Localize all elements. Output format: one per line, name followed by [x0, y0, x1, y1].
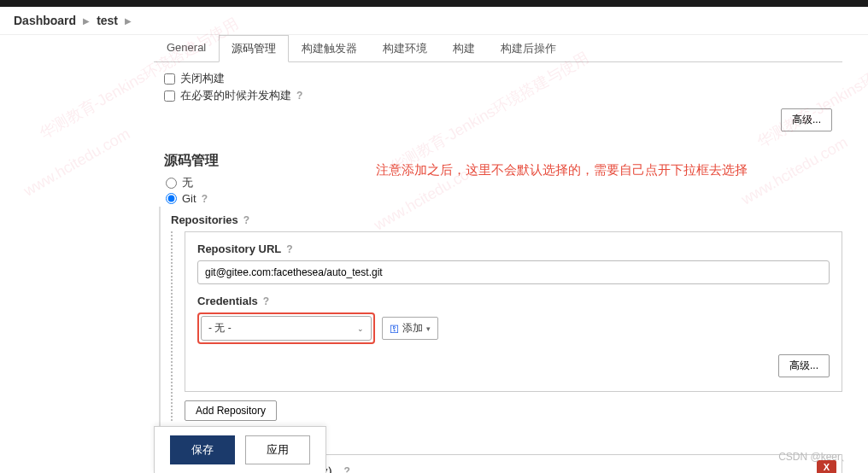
concurrent-build-checkbox[interactable]	[164, 91, 175, 102]
help-icon[interactable]: ?	[243, 214, 249, 226]
help-icon[interactable]: ?	[202, 193, 208, 205]
disable-build-label: 关闭构建	[180, 71, 225, 86]
repositories-label: Repositories	[171, 213, 238, 226]
credentials-highlight: - 无 - ⌄	[197, 312, 375, 344]
repo-url-input[interactable]	[197, 260, 830, 284]
annotation-text: 注意添加之后，这里不会默认选择的，需要自己点开下拉框去选择	[376, 162, 748, 178]
footer-actions: 保存 应用	[154, 426, 326, 473]
topbar	[0, 0, 868, 7]
tab-triggers[interactable]: 构建触发器	[289, 35, 370, 61]
csdn-watermark: CSDN @keer、	[778, 450, 851, 464]
tab-scm[interactable]: 源码管理	[219, 35, 289, 62]
concurrent-build-label: 在必要的时候并发构建	[180, 88, 291, 103]
credentials-label: Credentials	[197, 295, 258, 307]
key-icon: ⚿	[390, 324, 399, 334]
help-icon[interactable]: ?	[296, 90, 302, 102]
apply-button[interactable]: 应用	[245, 435, 310, 464]
credentials-select[interactable]: - 无 - ⌄	[201, 316, 372, 341]
breadcrumb: Dashboard ▶ test ▶	[0, 7, 868, 35]
tab-post[interactable]: 构建后操作	[488, 35, 569, 61]
tabs: General 源码管理 构建触发器 构建环境 构建 构建后操作	[154, 35, 842, 62]
tab-general[interactable]: General	[154, 35, 219, 61]
chevron-right-icon: ▶	[125, 16, 132, 26]
chevron-down-icon: ▾	[426, 324, 431, 333]
credentials-value: - 无 -	[208, 321, 232, 336]
tab-env[interactable]: 构建环境	[370, 35, 440, 61]
help-icon[interactable]: ?	[286, 243, 292, 255]
save-button[interactable]: 保存	[170, 435, 235, 464]
breadcrumb-dashboard[interactable]: Dashboard	[14, 14, 76, 27]
chevron-down-icon: ⌄	[357, 324, 364, 333]
add-credentials-button[interactable]: ⚿ 添加 ▾	[382, 317, 438, 340]
scm-none-radio[interactable]	[166, 178, 177, 189]
advanced-button[interactable]: 高级...	[778, 354, 830, 377]
chevron-right-icon: ▶	[83, 16, 90, 26]
help-icon[interactable]: ?	[343, 465, 349, 473]
breadcrumb-item[interactable]: test	[97, 14, 118, 27]
scm-git-label: Git	[182, 192, 196, 205]
scm-none-label: 无	[182, 175, 193, 190]
advanced-button[interactable]: 高级...	[781, 108, 832, 131]
add-repository-button[interactable]: Add Repository	[185, 400, 277, 421]
tab-build[interactable]: 构建	[440, 35, 488, 61]
disable-build-checkbox[interactable]	[164, 73, 175, 85]
add-label: 添加	[402, 321, 423, 336]
help-icon[interactable]: ?	[263, 295, 269, 307]
scm-git-radio[interactable]	[166, 193, 177, 204]
repo-url-label: Repository URL	[197, 242, 281, 255]
